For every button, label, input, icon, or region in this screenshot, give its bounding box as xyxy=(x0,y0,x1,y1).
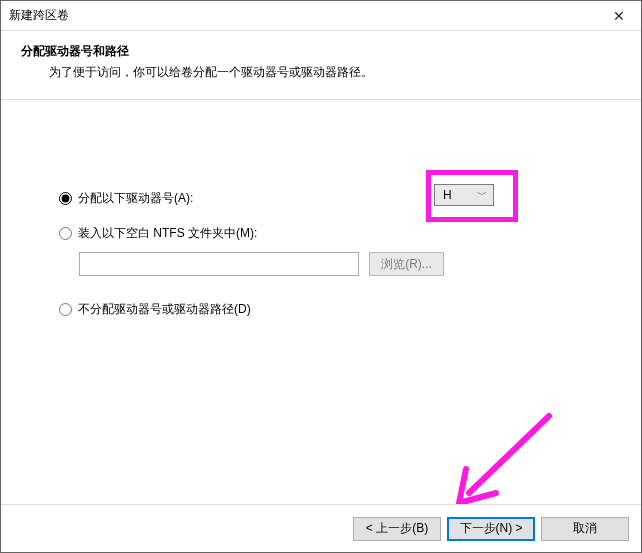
mount-folder-input[interactable] xyxy=(79,252,359,276)
radio-none-label: 不分配驱动器号或驱动器路径(D) xyxy=(78,301,251,318)
drive-letter-select-wrap: H ﹀ xyxy=(434,184,494,206)
chevron-down-icon: ﹀ xyxy=(477,185,493,205)
titlebar: 新建跨区卷 ✕ xyxy=(1,1,641,31)
wizard-header: 分配驱动器号和路径 为了便于访问，你可以给卷分配一个驱动器号或驱动器路径。 xyxy=(1,31,641,85)
wizard-window: 新建跨区卷 ✕ 分配驱动器号和路径 为了便于访问，你可以给卷分配一个驱动器号或驱… xyxy=(0,0,642,553)
close-button[interactable]: ✕ xyxy=(596,1,641,31)
back-button[interactable]: < 上一步(B) xyxy=(353,517,441,541)
window-title: 新建跨区卷 xyxy=(9,7,69,24)
browse-button[interactable]: 浏览(R)... xyxy=(369,252,444,276)
radio-none[interactable] xyxy=(59,303,72,316)
close-icon: ✕ xyxy=(613,8,625,24)
radio-mount-label: 装入以下空白 NTFS 文件夹中(M): xyxy=(78,225,257,242)
drive-letter-select[interactable]: H ﹀ xyxy=(434,184,494,206)
radio-mount[interactable] xyxy=(59,227,72,240)
drive-letter-value: H xyxy=(443,185,452,205)
mount-folder-row: 浏览(R)... xyxy=(59,252,583,276)
page-title: 分配驱动器号和路径 xyxy=(21,43,621,60)
option-mount-ntfs-folder[interactable]: 装入以下空白 NTFS 文件夹中(M): xyxy=(59,225,583,242)
wizard-footer: < 上一步(B) 下一步(N) > 取消 xyxy=(1,504,641,552)
option-assign-drive-letter[interactable]: 分配以下驱动器号(A): H ﹀ xyxy=(59,190,583,207)
radio-assign-label: 分配以下驱动器号(A): xyxy=(78,190,193,207)
page-description: 为了便于访问，你可以给卷分配一个驱动器号或驱动器路径。 xyxy=(21,64,621,81)
cancel-button[interactable]: 取消 xyxy=(541,517,629,541)
option-no-assign[interactable]: 不分配驱动器号或驱动器路径(D) xyxy=(59,301,583,318)
next-button[interactable]: 下一步(N) > xyxy=(447,517,535,541)
radio-assign[interactable] xyxy=(59,192,72,205)
wizard-content: 分配以下驱动器号(A): H ﹀ 装入以下空白 NTFS 文件夹中(M): 浏览… xyxy=(1,100,641,356)
